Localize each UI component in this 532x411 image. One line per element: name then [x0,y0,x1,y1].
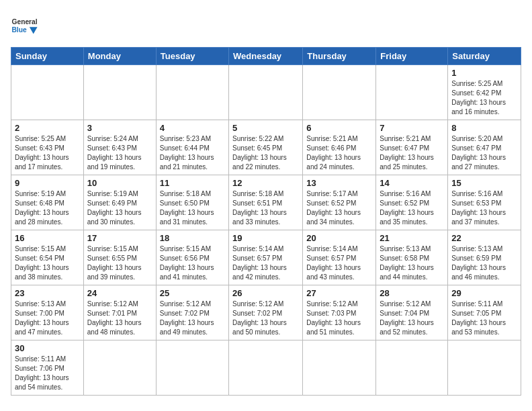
day-info: Sunrise: 5:19 AM Sunset: 6:48 PM Dayligh… [15,189,80,227]
day-cell [11,65,84,120]
day-number: 4 [160,123,225,133]
day-cell: 4Sunrise: 5:23 AM Sunset: 6:44 PM Daylig… [156,120,228,175]
day-number: 9 [15,178,80,188]
day-number: 14 [380,178,444,188]
week-row-5: 30Sunrise: 5:11 AM Sunset: 7:06 PM Dayli… [11,340,521,396]
day-cell: 10Sunrise: 5:19 AM Sunset: 6:49 PM Dayli… [83,175,156,230]
weekday-monday: Monday [83,48,156,65]
day-cell: 27Sunrise: 5:12 AM Sunset: 7:03 PM Dayli… [303,285,376,340]
day-cell: 9Sunrise: 5:19 AM Sunset: 6:48 PM Daylig… [11,175,84,230]
day-cell: 8Sunrise: 5:20 AM Sunset: 6:47 PM Daylig… [448,120,521,175]
week-row-3: 16Sunrise: 5:15 AM Sunset: 6:54 PM Dayli… [11,230,521,285]
day-cell: 17Sunrise: 5:15 AM Sunset: 6:55 PM Dayli… [83,230,156,285]
day-cell: 5Sunrise: 5:22 AM Sunset: 6:45 PM Daylig… [229,120,303,175]
weekday-thursday: Thursday [303,48,376,65]
day-number: 20 [306,233,372,243]
day-number: 26 [232,288,299,298]
day-number: 5 [232,123,299,133]
day-number: 11 [160,178,225,188]
day-cell: 28Sunrise: 5:12 AM Sunset: 7:04 PM Dayli… [376,285,448,340]
day-info: Sunrise: 5:11 AM Sunset: 7:06 PM Dayligh… [15,355,80,392]
day-cell: 21Sunrise: 5:13 AM Sunset: 6:58 PM Dayli… [376,230,448,285]
day-cell: 20Sunrise: 5:14 AM Sunset: 6:57 PM Dayli… [303,230,376,285]
day-cell: 18Sunrise: 5:15 AM Sunset: 6:56 PM Dayli… [156,230,228,285]
day-info: Sunrise: 5:19 AM Sunset: 6:49 PM Dayligh… [87,189,152,227]
logo: General Blue [11,11,40,40]
day-cell [229,340,303,396]
day-info: Sunrise: 5:12 AM Sunset: 7:03 PM Dayligh… [306,300,372,337]
day-info: Sunrise: 5:14 AM Sunset: 6:57 PM Dayligh… [232,244,299,282]
day-cell: 25Sunrise: 5:12 AM Sunset: 7:02 PM Dayli… [156,285,228,340]
day-info: Sunrise: 5:24 AM Sunset: 6:43 PM Dayligh… [87,134,152,172]
day-info: Sunrise: 5:15 AM Sunset: 6:54 PM Dayligh… [15,244,80,282]
day-cell: 3Sunrise: 5:24 AM Sunset: 6:43 PM Daylig… [83,120,156,175]
day-number: 6 [306,123,372,133]
day-info: Sunrise: 5:11 AM Sunset: 7:05 PM Dayligh… [451,300,517,337]
day-info: Sunrise: 5:21 AM Sunset: 6:47 PM Dayligh… [380,134,444,172]
week-row-2: 9Sunrise: 5:19 AM Sunset: 6:48 PM Daylig… [11,175,521,230]
day-cell [83,65,156,120]
weekday-saturday: Saturday [448,48,521,65]
week-row-0: 1Sunrise: 5:25 AM Sunset: 6:42 PM Daylig… [11,65,521,120]
day-cell: 13Sunrise: 5:17 AM Sunset: 6:52 PM Dayli… [303,175,376,230]
day-number: 3 [87,123,152,133]
day-cell [229,65,303,120]
day-number: 25 [160,288,225,298]
day-number: 30 [15,343,80,353]
weekday-wednesday: Wednesday [229,48,303,65]
day-cell: 15Sunrise: 5:16 AM Sunset: 6:53 PM Dayli… [448,175,521,230]
day-info: Sunrise: 5:20 AM Sunset: 6:47 PM Dayligh… [451,134,517,172]
day-cell [303,65,376,120]
day-info: Sunrise: 5:14 AM Sunset: 6:57 PM Dayligh… [306,244,372,282]
day-info: Sunrise: 5:13 AM Sunset: 6:59 PM Dayligh… [451,244,517,282]
day-info: Sunrise: 5:13 AM Sunset: 6:58 PM Dayligh… [380,244,444,282]
day-info: Sunrise: 5:23 AM Sunset: 6:44 PM Dayligh… [160,134,225,172]
header: General Blue [11,11,521,40]
day-info: Sunrise: 5:21 AM Sunset: 6:46 PM Dayligh… [306,134,372,172]
day-cell: 29Sunrise: 5:11 AM Sunset: 7:05 PM Dayli… [448,285,521,340]
day-info: Sunrise: 5:12 AM Sunset: 7:01 PM Dayligh… [87,300,152,337]
day-info: Sunrise: 5:12 AM Sunset: 7:02 PM Dayligh… [160,300,225,337]
day-number: 16 [15,233,80,243]
day-info: Sunrise: 5:25 AM Sunset: 6:42 PM Dayligh… [451,79,517,117]
day-cell [83,340,156,396]
day-cell: 22Sunrise: 5:13 AM Sunset: 6:59 PM Dayli… [448,230,521,285]
svg-marker-2 [30,27,38,34]
day-number: 12 [232,178,299,188]
day-info: Sunrise: 5:15 AM Sunset: 6:56 PM Dayligh… [160,244,225,282]
day-cell [448,340,521,396]
day-cell [376,65,448,120]
week-row-1: 2Sunrise: 5:25 AM Sunset: 6:43 PM Daylig… [11,120,521,175]
svg-text:Blue: Blue [11,26,27,34]
day-info: Sunrise: 5:13 AM Sunset: 7:00 PM Dayligh… [15,300,80,337]
day-number: 8 [451,123,517,133]
day-cell: 12Sunrise: 5:18 AM Sunset: 6:51 PM Dayli… [229,175,303,230]
day-cell: 30Sunrise: 5:11 AM Sunset: 7:06 PM Dayli… [11,340,84,396]
day-info: Sunrise: 5:17 AM Sunset: 6:52 PM Dayligh… [306,189,372,227]
day-number: 17 [87,233,152,243]
svg-text:General: General [11,18,37,26]
day-number: 19 [232,233,299,243]
weekday-sunday: Sunday [11,48,84,65]
day-info: Sunrise: 5:16 AM Sunset: 6:53 PM Dayligh… [451,189,517,227]
day-cell: 11Sunrise: 5:18 AM Sunset: 6:50 PM Dayli… [156,175,228,230]
weekday-friday: Friday [376,48,448,65]
day-cell: 16Sunrise: 5:15 AM Sunset: 6:54 PM Dayli… [11,230,84,285]
day-cell [376,340,448,396]
day-cell: 6Sunrise: 5:21 AM Sunset: 6:46 PM Daylig… [303,120,376,175]
day-number: 27 [306,288,372,298]
weekday-header: SundayMondayTuesdayWednesdayThursdayFrid… [11,48,521,65]
day-cell: 26Sunrise: 5:12 AM Sunset: 7:02 PM Dayli… [229,285,303,340]
day-cell [156,65,228,120]
day-info: Sunrise: 5:25 AM Sunset: 6:43 PM Dayligh… [15,134,80,172]
week-row-4: 23Sunrise: 5:13 AM Sunset: 7:00 PM Dayli… [11,285,521,340]
day-info: Sunrise: 5:12 AM Sunset: 7:02 PM Dayligh… [232,300,299,337]
day-number: 7 [380,123,444,133]
day-cell: 1Sunrise: 5:25 AM Sunset: 6:42 PM Daylig… [448,65,521,120]
day-number: 22 [451,233,517,243]
day-info: Sunrise: 5:18 AM Sunset: 6:51 PM Dayligh… [232,189,299,227]
day-number: 29 [451,288,517,298]
day-number: 21 [380,233,444,243]
day-cell: 14Sunrise: 5:16 AM Sunset: 6:52 PM Dayli… [376,175,448,230]
weekday-tuesday: Tuesday [156,48,228,65]
